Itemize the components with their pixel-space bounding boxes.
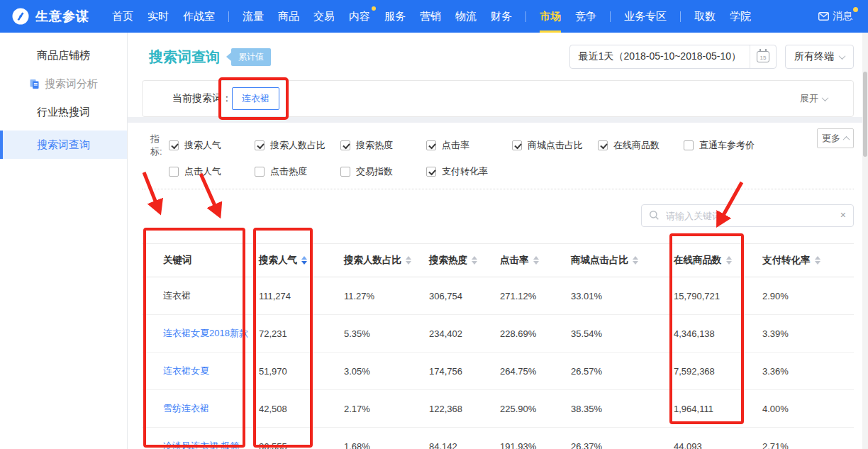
terminal-select[interactable]: 所有终端 — [785, 45, 854, 69]
sidebar-item-label: 搜索词查询 — [37, 138, 90, 152]
calendar-icon: 15 — [757, 51, 769, 62]
chevron-down-icon — [822, 94, 829, 101]
nav-item-market[interactable]: 市场 — [533, 0, 568, 33]
sidebar-item-search-term-analysis[interactable]: 搜索词分析 — [0, 70, 127, 98]
messages-button[interactable]: 消息 — [818, 10, 857, 23]
metric-checkbox-online-products[interactable]: 在线商品数 — [598, 139, 684, 152]
value-cell: 38.35% — [571, 404, 674, 414]
value-cell: 33.01% — [571, 291, 674, 301]
keyword-search-input[interactable] — [641, 204, 854, 227]
value-cell: 2.71% — [762, 441, 854, 449]
nav-divider — [228, 11, 229, 22]
value-cell: 264.75% — [500, 366, 571, 377]
keyword-cell[interactable]: 连衣裙女夏 — [142, 365, 259, 377]
metric-checkbox-search-heat[interactable]: 搜索热度 — [340, 139, 426, 152]
column-header-mall-click-ratio[interactable]: 商城点击占比 — [571, 254, 674, 267]
sort-down-arrow — [815, 261, 820, 265]
nav-item-product[interactable]: 商品 — [271, 0, 306, 33]
nav-item-business-zone[interactable]: 业务专区 — [617, 0, 674, 33]
table-row: 雪纺连衣裙42,5082.17%122,368225.90%38.35%1,96… — [142, 390, 854, 428]
nav-item-service[interactable]: 服务 — [377, 0, 413, 33]
value-cell: 7,592,368 — [674, 366, 762, 377]
column-header-keyword: 关键词 — [142, 254, 259, 267]
sidebar-item-search-term-query[interactable]: 搜索词查询 — [0, 131, 127, 159]
metric-checkbox-mall-click-ratio[interactable]: 商城点击占比 — [512, 139, 598, 152]
sidebar-item-industry-hot-search[interactable]: 行业热搜词 — [0, 98, 127, 126]
notification-dot — [853, 7, 858, 12]
more-button[interactable]: 更多 — [817, 128, 854, 148]
current-keyword-tag[interactable]: 连衣裙 — [232, 87, 279, 110]
metric-checkbox-payment-conversion[interactable]: 支付转化率 — [426, 165, 512, 178]
keyword-cell[interactable]: 雪纺连衣裙 — [142, 402, 259, 415]
column-header-label: 在线商品数 — [674, 254, 722, 267]
value-cell: 26.57% — [571, 366, 674, 377]
nav-item-realtime[interactable]: 实时 — [140, 0, 176, 33]
metric-checkbox-search-user-ratio[interactable]: 搜索人数占比 — [255, 139, 340, 152]
checkbox-icon — [598, 140, 608, 150]
sidebar-item-label: 搜索词分析 — [45, 77, 98, 91]
value-cell: 4,346,138 — [674, 328, 762, 339]
nav-item-competition[interactable]: 竞争 — [568, 0, 603, 33]
metrics-table-card: 指标: 搜索人气搜索人数占比搜索热度点击率商城点击占比在线商品数直通车参考价 点… — [128, 123, 868, 449]
sort-up-arrow — [406, 256, 411, 260]
current-search-panel: 当前搜索词： 连衣裙 展开 — [142, 80, 854, 117]
keyword-cell[interactable]: 连衣裙女夏2018新款 — [142, 327, 259, 340]
nav-item-logistics[interactable]: 物流 — [448, 0, 484, 33]
metric-checkbox-click-heat[interactable]: 点击热度 — [255, 165, 340, 178]
app-logo[interactable]: 生意参谋 — [11, 7, 89, 26]
table-row: 冷淡风连衣裙 极简36,5551.68%84,142191.93%26.37%4… — [142, 428, 854, 449]
sort-up-arrow — [815, 256, 820, 260]
checkbox-icon — [426, 167, 436, 177]
title-card: 搜索词查询 累计值 最近1天（2018-05-10~2018-05-10） 15… — [128, 33, 868, 117]
column-header-payment-conversion[interactable]: 支付转化率 — [762, 254, 854, 267]
column-header-click-rate[interactable]: 点击率 — [500, 254, 571, 267]
metric-label: 商城点击占比 — [528, 139, 583, 152]
nav-item-academy[interactable]: 学院 — [723, 0, 758, 33]
expand-button[interactable]: 展开 — [800, 92, 828, 105]
metric-checkbox-click-popularity[interactable]: 点击人气 — [169, 165, 255, 178]
sort-up-arrow — [633, 256, 638, 260]
column-header-search-user-ratio[interactable]: 搜索人数占比 — [344, 254, 429, 267]
sidebar-item-product-shop-rank[interactable]: 商品店铺榜 — [0, 41, 127, 70]
cumulative-badge: 累计值 — [231, 48, 271, 66]
nav-item-traffic[interactable]: 流量 — [235, 0, 271, 33]
search-icon — [649, 210, 660, 223]
keyword-cell[interactable]: 冷淡风连衣裙 极简 — [142, 440, 259, 449]
sort-icon — [815, 256, 820, 265]
nav-item-home[interactable]: 首页 — [105, 0, 140, 33]
value-cell: 111,274 — [259, 291, 344, 301]
nav-item-content[interactable]: 内容 — [342, 0, 377, 33]
metric-label: 点击热度 — [270, 165, 307, 178]
column-header-search-popularity[interactable]: 搜索人气 — [259, 254, 344, 267]
metric-checkbox-ztc-reference-price[interactable]: 直通车参考价 — [684, 139, 769, 152]
sidebar-item-label: 商品店铺榜 — [37, 49, 90, 62]
value-cell: 271.12% — [500, 291, 571, 301]
nav-item-war-room[interactable]: 作战室 — [176, 0, 222, 33]
clear-input-icon[interactable]: × — [840, 209, 846, 221]
metric-checkbox-click-rate[interactable]: 点击率 — [426, 139, 512, 152]
nav-items: 首页实时作战室流量商品交易内容服务营销物流财务市场竞争业务专区取数学院 — [105, 0, 758, 33]
value-cell: 15,790,721 — [674, 291, 762, 301]
metric-checkbox-search-popularity[interactable]: 搜索人气 — [169, 139, 255, 152]
value-cell: 228.69% — [500, 328, 571, 339]
column-header-online-products[interactable]: 在线商品数 — [674, 254, 762, 267]
date-range-picker[interactable]: 最近1天（2018-05-10~2018-05-10） 15 — [569, 45, 777, 69]
column-header-search-heat[interactable]: 搜索热度 — [429, 254, 500, 267]
nav-item-finance[interactable]: 财务 — [484, 0, 519, 33]
sort-icon — [472, 256, 477, 265]
results-table: 关键词搜索人气搜索人数占比搜索热度点击率商城点击占比在线商品数支付转化率 连衣裙… — [142, 243, 854, 449]
metric-label: 交易指数 — [356, 165, 393, 178]
metric-checkbox-trade-index[interactable]: 交易指数 — [340, 165, 426, 178]
nav-item-marketing[interactable]: 营销 — [413, 0, 448, 33]
sidebar-item-label: 行业热搜词 — [37, 106, 90, 119]
current-search-label: 当前搜索词： — [172, 92, 232, 105]
scrollbar-thumb[interactable] — [863, 72, 867, 157]
nav-item-data-fetch[interactable]: 取数 — [687, 0, 723, 33]
value-cell: 3.36% — [762, 366, 854, 377]
value-cell: 306,754 — [429, 291, 500, 301]
value-cell: 1.68% — [344, 441, 429, 449]
value-cell: 42,508 — [259, 404, 344, 414]
doc-icon — [29, 79, 40, 89]
sort-icon — [301, 256, 307, 265]
nav-item-trade[interactable]: 交易 — [306, 0, 342, 33]
